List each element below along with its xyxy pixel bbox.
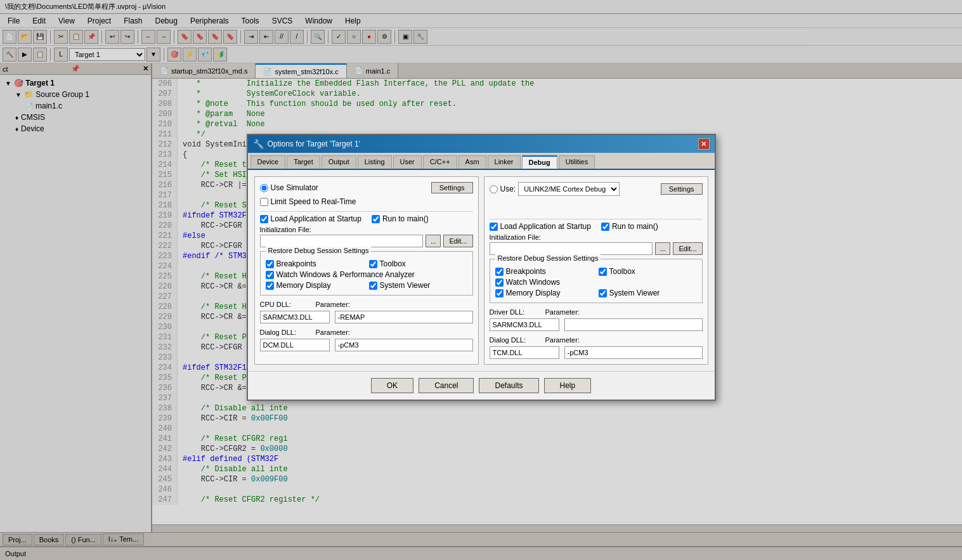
cpu-dll-input[interactable]: [260, 311, 330, 323]
init-edit-right[interactable]: Edit...: [673, 242, 702, 255]
dlg-tab-output[interactable]: Output: [322, 155, 356, 169]
dialog-tab-bar: Device Target Output Listing User C/C++ …: [248, 153, 715, 170]
dlg-tab-device[interactable]: Device: [250, 155, 286, 169]
label-breakpoints-right: Breakpoints: [506, 267, 546, 276]
dlg-tab-user[interactable]: User: [393, 155, 422, 169]
chk-load-app-right[interactable]: [490, 223, 498, 231]
chk-breakpoints-left[interactable]: [266, 260, 274, 268]
init-edit-left[interactable]: Edit...: [443, 235, 472, 247]
dlg-tab-utilities[interactable]: Utilities: [559, 155, 595, 169]
label-breakpoints-left: Breakpoints: [276, 259, 316, 268]
dialog-footer: OK Cancel Defaults Help: [248, 371, 715, 400]
dialog: 🔧 Options for Target 'Target 1' ✕ Device…: [247, 134, 716, 401]
dlg-tab-linker[interactable]: Linker: [488, 155, 521, 169]
init-file-input-right[interactable]: [490, 242, 653, 255]
dialog-dll-label-left: Dialog DLL:: [260, 329, 311, 336]
restore-group-label-right: Restore Debug Session Settings: [495, 254, 601, 262]
limit-speed-label: Limit Speed to Real-Time: [271, 197, 356, 206]
dialog-dll-input-left[interactable]: [260, 339, 330, 351]
chk-breakpoints-right[interactable]: [495, 268, 504, 276]
label-memory-display-left: Memory Display: [276, 281, 331, 290]
dialog-param-label-left: Parameter:: [316, 329, 350, 336]
dialog-param-input-left[interactable]: [335, 339, 473, 351]
label-system-viewer-right: System Viewer: [609, 289, 660, 297]
label-memory-display-right: Memory Display: [506, 289, 561, 297]
chk-run-main-left[interactable]: [372, 215, 380, 223]
load-app-label-left: Load Application at Startup: [271, 214, 361, 223]
init-file-label-left: Initialization File:: [260, 226, 473, 233]
chk-system-viewer-right[interactable]: [599, 289, 607, 297]
dialog-titlebar: 🔧 Options for Target 'Target 1' ✕: [248, 135, 715, 153]
dialog-close-button[interactable]: ✕: [698, 138, 710, 150]
dlg-tab-target[interactable]: Target: [287, 155, 320, 169]
dlg-tab-listing[interactable]: Listing: [358, 155, 392, 169]
driver-param-label: Parameter:: [545, 308, 580, 316]
dialog-dll-label-right: Dialog DLL:: [490, 336, 540, 344]
chk-system-viewer-left[interactable]: [369, 282, 377, 290]
dialog-body: Use Simulator Settings Limit Speed to Re…: [248, 170, 715, 371]
dialog-icon: 🔧: [253, 139, 264, 149]
radio-use-simulator-label: Use Simulator: [271, 183, 318, 192]
chk-memory-display-right[interactable]: [495, 289, 504, 297]
defaults-button[interactable]: Defaults: [479, 378, 538, 393]
init-file-input-left[interactable]: [260, 235, 424, 247]
cpu-param-input[interactable]: [335, 311, 473, 323]
driver-dll-label: Driver DLL:: [490, 308, 540, 316]
label-watch-windows-left: Watch Windows & Performance Analyzer: [276, 270, 415, 279]
label-watch-windows-right: Watch Windows: [506, 278, 561, 287]
dlg-tab-cpp[interactable]: C/C++: [423, 155, 457, 169]
chk-limit-speed[interactable]: [260, 198, 268, 206]
cpu-param-label: Parameter:: [316, 301, 350, 308]
chk-load-app-left[interactable]: [260, 215, 268, 223]
help-button[interactable]: Help: [544, 378, 592, 393]
dialog-param-input-right[interactable]: [564, 346, 703, 359]
load-app-label-right: Load Application at Startup: [500, 222, 591, 231]
init-browse-left[interactable]: ...: [426, 235, 441, 247]
chk-run-main-right[interactable]: [601, 223, 609, 231]
chk-watch-windows-left[interactable]: [266, 271, 274, 279]
modal-overlay: 🔧 Options for Target 'Target 1' ✕ Device…: [0, 0, 962, 560]
ok-button[interactable]: OK: [371, 378, 413, 393]
dlg-tab-debug[interactable]: Debug: [522, 155, 557, 169]
chk-watch-windows-right[interactable]: [495, 278, 504, 287]
run-main-label-left: Run to main(): [382, 214, 429, 223]
dlg-tab-asm[interactable]: Asm: [458, 155, 486, 169]
chk-toolbox-left[interactable]: [369, 260, 377, 268]
dialog-title: Options for Target 'Target 1': [268, 140, 360, 148]
dialog-param-label-right: Parameter:: [545, 336, 580, 344]
radio-use-hardware[interactable]: [490, 185, 498, 193]
right-debug-panel: Use: ULINK2/ME Cortex Debugger Settings …: [484, 176, 708, 365]
init-browse-right[interactable]: ...: [655, 242, 670, 255]
cancel-button[interactable]: Cancel: [419, 378, 474, 393]
init-file-label-right: Initialization File:: [490, 233, 703, 241]
restore-group-label-left: Restore Debug Session Settings: [266, 247, 372, 254]
radio-use-simulator[interactable]: [260, 184, 268, 192]
right-settings-button[interactable]: Settings: [661, 183, 703, 195]
run-main-label-right: Run to main(): [612, 222, 658, 231]
chk-memory-display-left[interactable]: [266, 282, 274, 290]
driver-param-input[interactable]: [564, 318, 703, 331]
chk-toolbox-right[interactable]: [599, 268, 607, 276]
radio-use-label: Use:: [500, 185, 516, 193]
label-toolbox-left: Toolbox: [380, 259, 406, 268]
left-debug-panel: Use Simulator Settings Limit Speed to Re…: [254, 176, 479, 365]
use-dropdown[interactable]: ULINK2/ME Cortex Debugger: [518, 182, 620, 196]
label-system-viewer-left: System Viewer: [380, 281, 431, 290]
left-settings-button[interactable]: Settings: [431, 182, 473, 193]
cpu-dll-label: CPU DLL:: [260, 301, 311, 308]
driver-dll-input[interactable]: [490, 318, 559, 331]
label-toolbox-right: Toolbox: [609, 267, 635, 276]
dialog-dll-input-right[interactable]: [490, 346, 559, 359]
